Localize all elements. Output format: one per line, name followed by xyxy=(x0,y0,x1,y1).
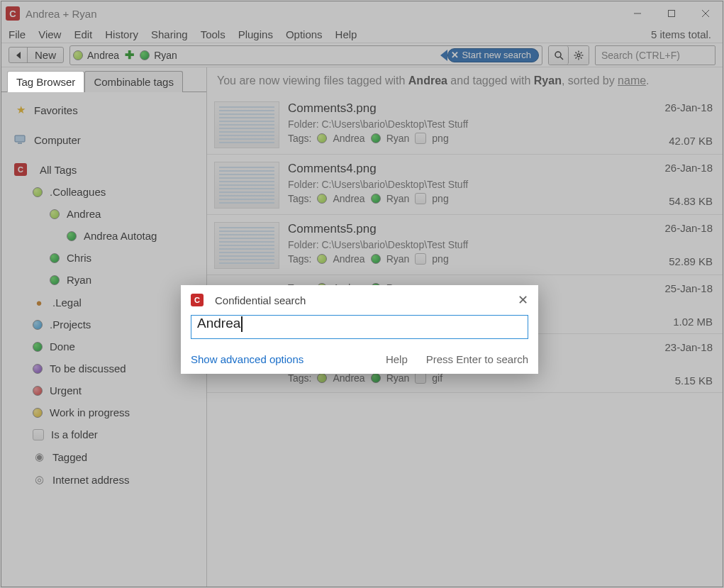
modal-footer: Show advanced options Help Press Enter t… xyxy=(181,349,538,374)
app-small-icon: C xyxy=(191,294,204,306)
search-query-input[interactable]: Andrea xyxy=(191,315,528,339)
modal-overlay[interactable]: C Confidential search ✕ Andrea Show adva… xyxy=(0,0,724,588)
confidential-search-dialog: C Confidential search ✕ Andrea Show adva… xyxy=(181,285,538,374)
modal-title: Confidential search xyxy=(215,294,512,306)
tab-tag-browser[interactable]: Tag Browser xyxy=(7,71,84,92)
show-advanced-link[interactable]: Show advanced options xyxy=(191,353,303,365)
modal-header: C Confidential search ✕ xyxy=(181,285,538,312)
help-link[interactable]: Help xyxy=(386,353,408,365)
enter-hint: Press Enter to search xyxy=(426,353,528,365)
close-icon[interactable]: ✕ xyxy=(518,292,528,308)
search-value: Andrea xyxy=(197,316,240,331)
